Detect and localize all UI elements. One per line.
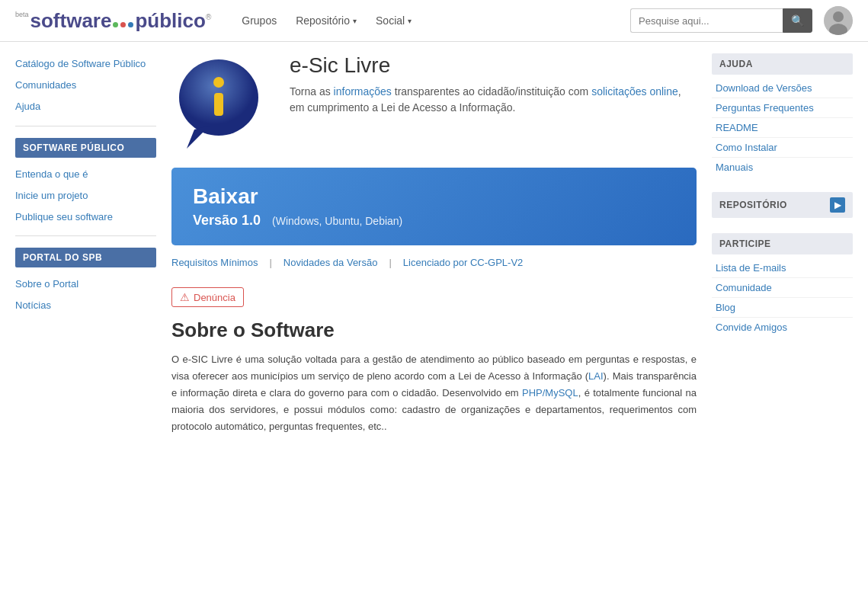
right-link-como-instalar[interactable]: Como Instalar	[712, 138, 853, 158]
sidebar-catalogo[interactable]: Catálogo de Software Público	[15, 53, 156, 75]
right-link-blog[interactable]: Blog	[712, 298, 853, 318]
link-lai[interactable]: LAI	[588, 370, 604, 382]
sobre-text: O e-SIC Livre é uma solução voltada para…	[171, 351, 697, 435]
esic-icon	[171, 53, 271, 152]
version-platforms: (Windows, Ubuntu, Debian)	[272, 215, 402, 227]
software-desc: Torna as informações transparentes ao ci…	[290, 84, 697, 116]
svg-marker-4	[187, 126, 210, 149]
svg-point-5	[213, 77, 224, 88]
caret-icon: ▾	[353, 17, 357, 25]
logo[interactable]: beta softwarepúblico®	[15, 9, 211, 33]
right-link-convide[interactable]: Convide Amigos	[712, 318, 853, 337]
search-input[interactable]	[630, 8, 783, 33]
user-avatar[interactable]	[824, 6, 853, 35]
link-phpmysql[interactable]: PHP/MySQL	[522, 387, 578, 399]
beta-label: beta	[15, 11, 29, 18]
caret-icon: ▾	[408, 17, 412, 25]
registered-mark: ®	[206, 13, 211, 21]
dot-green	[113, 22, 118, 27]
right-link-lista-emails[interactable]: Lista de E-mails	[712, 258, 853, 278]
sidebar-ajuda[interactable]: Ajuda	[15, 96, 156, 117]
right-section-ajuda: AJUDA Download de Versões Perguntas Freq…	[712, 53, 853, 177]
sidebar-section-software: SOFTWARE PÚBLICO Entenda o que é Inicie …	[15, 138, 156, 237]
right-link-manuais[interactable]: Manuais	[712, 158, 853, 177]
download-version: Versão 1.0 (Windows, Ubuntu, Debian)	[193, 213, 675, 229]
sidebar-header-software: SOFTWARE PÚBLICO	[15, 138, 156, 158]
nav-social[interactable]: Social▾	[368, 10, 419, 31]
software-info: e-Sic Livre Torna as informações transpa…	[290, 53, 697, 116]
link-novidades[interactable]: Novidades da Versão	[283, 257, 378, 268]
link-licenca[interactable]: Licenciado por CC-GPL-V2	[403, 257, 524, 268]
svg-rect-6	[214, 93, 223, 116]
search-button[interactable]: 🔍	[783, 8, 812, 33]
sobre-title: Sobre o Software	[171, 319, 697, 342]
right-link-perguntas[interactable]: Perguntas Frequentes	[712, 98, 853, 118]
separator: |	[269, 257, 271, 268]
version-number: Versão 1.0	[193, 213, 261, 228]
denuncia-label: Denúncia	[194, 292, 235, 303]
denuncia-button[interactable]: ⚠ Denúncia	[171, 287, 244, 307]
sidebar-header-portal: PORTAL DO SPB	[15, 248, 156, 267]
nav-repositorio[interactable]: Repositório▾	[288, 10, 364, 31]
sidebar-section-portal: PORTAL DO SPB Sobre o Portal Notícias	[15, 248, 156, 324]
right-link-readme[interactable]: README	[712, 118, 853, 138]
logo-text: softwarepúblico®	[30, 9, 212, 33]
right-header-repositorio: REPOSITÓRIO ▶	[712, 192, 853, 218]
right-link-comunidade[interactable]: Comunidade	[712, 278, 853, 298]
sidebar-comunidades[interactable]: Comunidades	[15, 75, 156, 96]
sidebar-sobre-portal[interactable]: Sobre o Portal	[15, 274, 156, 295]
repositorio-arrow-button[interactable]: ▶	[830, 197, 845, 213]
download-links: Requisitos Mínimos | Novidades da Versão…	[171, 257, 697, 268]
dot-red	[120, 22, 126, 27]
main-container: Catálogo de Software Público Comunidades…	[0, 42, 868, 447]
software-header: e-Sic Livre Torna as informações transpa…	[171, 53, 697, 152]
sidebar-noticias[interactable]: Notícias	[15, 295, 156, 316]
content-area: e-Sic Livre Torna as informações transpa…	[171, 53, 697, 435]
download-title: Baixar	[193, 184, 675, 209]
software-title: e-Sic Livre	[290, 53, 697, 78]
right-header-ajuda: AJUDA	[712, 53, 853, 75]
sidebar-inicie[interactable]: Inicie um projeto	[15, 185, 156, 206]
sidebar-publique[interactable]: Publique seu software	[15, 206, 156, 228]
right-header-participe: PARTICIPE	[712, 233, 853, 254]
warning-icon: ⚠	[180, 291, 190, 303]
right-link-download-versoes[interactable]: Download de Versões	[712, 78, 853, 98]
main-nav: Grupos Repositório▾ Social▾	[234, 10, 630, 31]
link-requisitos[interactable]: Requisitos Mínimos	[171, 257, 258, 268]
right-sidebar: AJUDA Download de Versões Perguntas Freq…	[712, 53, 853, 435]
search-area: 🔍	[630, 8, 812, 33]
download-box[interactable]: Baixar Versão 1.0 (Windows, Ubuntu, Debi…	[171, 168, 697, 245]
desc-link-solicitacoes[interactable]: solicitações online	[591, 85, 678, 98]
site-header: beta softwarepúblico® Grupos Repositório…	[0, 0, 868, 42]
right-section-repositorio: REPOSITÓRIO ▶	[712, 192, 853, 218]
sidebar-section-main: Catálogo de Software Público Comunidades…	[15, 53, 156, 126]
right-section-participe: PARTICIPE Lista de E-mails Comunidade Bl…	[712, 233, 853, 337]
left-sidebar: Catálogo de Software Público Comunidades…	[15, 53, 156, 435]
dot-blue	[128, 22, 133, 27]
separator: |	[389, 257, 391, 268]
svg-point-1	[833, 11, 844, 22]
software-icon	[171, 53, 271, 152]
avatar-icon	[824, 6, 853, 35]
sidebar-entenda[interactable]: Entenda o que é	[15, 164, 156, 185]
desc-link-informacoes[interactable]: informações	[334, 85, 392, 98]
nav-grupos[interactable]: Grupos	[234, 10, 284, 31]
